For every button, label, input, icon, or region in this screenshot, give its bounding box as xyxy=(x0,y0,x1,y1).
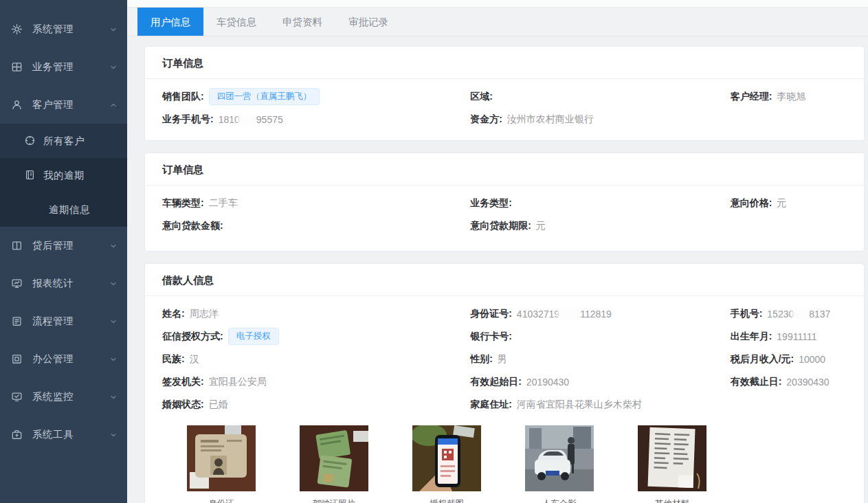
sidebar: 系统管理 业务管理 客户管理 所有客户 我的逾期 逾期信息 xyxy=(0,0,127,503)
sidebar-item-label: 业务管理 xyxy=(32,60,109,74)
sidebar-item-business[interactable]: 业务管理 xyxy=(0,48,127,86)
customer-submenu: 所有客户 我的逾期 逾期信息 xyxy=(0,124,127,227)
chevron-down-icon xyxy=(109,242,118,250)
sidebar-item-monitoring[interactable]: 系统监控 xyxy=(0,378,127,416)
field-intended-loan-term: 意向贷款期限: 元 xyxy=(470,220,730,232)
sidebar-item-label: 办公管理 xyxy=(32,353,109,366)
sidebar-item-postloan[interactable]: 贷后管理 xyxy=(0,227,127,265)
field-region: 区域: xyxy=(470,91,730,103)
field-ethnicity: 民族: 汉 xyxy=(162,353,470,366)
id-card-photo[interactable] xyxy=(187,425,256,491)
sidebar-item-label: 贷后管理 xyxy=(32,239,109,252)
redaction-blur xyxy=(241,115,256,124)
chevron-down-icon xyxy=(109,25,118,34)
notebook-icon xyxy=(24,169,36,181)
field-account-manager: 客户经理: 李晓旭 xyxy=(731,91,847,103)
field-intended-price: 意向价格: 元 xyxy=(731,197,847,210)
book-icon xyxy=(11,240,23,252)
field-sales-team: 销售团队: 四团一营（直属王鹏飞） xyxy=(162,88,470,105)
borrower-info-card: 借款人信息 姓名: 周志洋 身份证号: 41032719112819 手机号: … xyxy=(144,263,865,503)
field-monthly-income: 税后月收入/元: 10000 xyxy=(731,353,847,366)
sidebar-item-label: 系统管理 xyxy=(32,23,109,36)
chevron-down-icon xyxy=(109,355,118,364)
sidebar-item-label: 系统监控 xyxy=(32,390,109,403)
sidebar-item-all-customers[interactable]: 所有客户 xyxy=(0,124,127,158)
chevron-down-icon xyxy=(109,63,118,71)
sidebar-item-label: 所有客户 xyxy=(43,135,85,148)
document-photos: 身份证 驾驶证照片 xyxy=(162,416,847,503)
field-mobile: 手机号: 152308137 xyxy=(731,308,847,320)
phone-auth-photo[interactable] xyxy=(412,425,481,491)
field-home-address: 家庭住址: 河南省宜阳县花果山乡木柴村 xyxy=(470,399,730,411)
main-content: 用户信息 车贷信息 申贷资料 审批记录 订单信息 销售团队: 四团一营（直属王鹏… xyxy=(127,0,868,503)
chevron-down-icon xyxy=(109,317,118,326)
photo-caption: 授权截图 xyxy=(412,498,481,503)
redaction-blur xyxy=(560,310,579,319)
gear-icon xyxy=(11,23,23,36)
person-car-photo[interactable] xyxy=(525,425,594,491)
field-name: 姓名: 周志洋 xyxy=(162,308,470,320)
sidebar-item-customer[interactable]: 客户管理 xyxy=(0,86,127,124)
handwritten-doc-photo[interactable] xyxy=(638,425,706,491)
chevron-down-icon xyxy=(109,431,118,439)
chevron-down-icon xyxy=(109,393,118,401)
photo-caption: 其他材料 xyxy=(638,498,706,503)
sidebar-item-label: 逾期信息 xyxy=(49,203,90,216)
license-booklet-photo[interactable] xyxy=(300,425,368,491)
photo-caption: 人车合影 xyxy=(525,498,594,503)
user-icon xyxy=(11,99,23,111)
sidebar-item-office[interactable]: 办公管理 xyxy=(0,340,127,378)
field-marital-status: 婚姻状态: 已婚 xyxy=(162,399,470,411)
field-intended-loan-amount: 意向贷款金额: xyxy=(162,220,470,232)
chevron-up-icon xyxy=(109,101,118,109)
card-title: 借款人信息 xyxy=(145,264,864,296)
sidebar-item-label: 系统工具 xyxy=(32,428,109,441)
field-gender: 性别: 男 xyxy=(470,353,730,366)
monitor-check-icon xyxy=(11,391,23,403)
tab-car-loan-info[interactable]: 车贷信息 xyxy=(203,8,269,36)
scroll-content: 订单信息 销售团队: 四团一营（直属王鹏飞） 区域: 客户经理: 李晓旭 xyxy=(127,36,868,503)
office-icon xyxy=(11,353,23,366)
sidebar-item-label: 报表统计 xyxy=(32,277,109,290)
field-business-type: 业务类型: xyxy=(470,197,730,210)
field-vehicle-type: 车辆类型: 二手车 xyxy=(162,197,470,210)
tab-user-info[interactable]: 用户信息 xyxy=(137,8,203,36)
sidebar-item-tools[interactable]: 系统工具 xyxy=(0,416,127,454)
tab-loan-application-docs[interactable]: 申贷资料 xyxy=(269,8,335,36)
sidebar-item-workflow[interactable]: 流程管理 xyxy=(0,302,127,340)
sidebar-item-reports[interactable]: 报表统计 xyxy=(0,265,127,302)
field-birth-date: 出生年月: 19911111 xyxy=(731,331,847,343)
sidebar-item-my-overdue[interactable]: 我的逾期 xyxy=(0,158,127,192)
sidebar-item-label: 我的逾期 xyxy=(43,169,85,182)
field-bank-card: 银行卡号: xyxy=(470,331,730,343)
order-info-card: 订单信息 销售团队: 四团一营（直属王鹏飞） 区域: 客户经理: 李晓旭 xyxy=(144,46,865,141)
monitor-icon xyxy=(11,278,23,290)
top-strip xyxy=(127,0,868,8)
sales-team-tag: 四团一营（直属王鹏飞） xyxy=(209,88,320,105)
photo-caption: 驾驶证照片 xyxy=(300,498,368,503)
field-valid-from: 有效起始日: 20190430 xyxy=(470,376,730,388)
sidebar-item-label: 客户管理 xyxy=(32,98,109,111)
tab-approval-records[interactable]: 审批记录 xyxy=(335,8,401,36)
compass-icon xyxy=(24,135,36,147)
field-funder: 资金方: 汝州市农村商业银行 xyxy=(470,113,730,126)
photo-caption: 身份证 xyxy=(187,498,256,503)
credit-auth-tag: 电子授权 xyxy=(228,328,279,345)
card-title: 订单信息 xyxy=(145,47,864,79)
flow-icon xyxy=(11,315,23,328)
vehicle-order-info-card: 订单信息 车辆类型: 二手车 业务类型: 意向价格: 元 xyxy=(144,153,865,252)
redaction-blur xyxy=(794,310,808,319)
field-issuing-authority: 签发机关: 宜阳县公安局 xyxy=(162,376,470,388)
field-id-number: 身份证号: 41032719112819 xyxy=(470,308,730,320)
toolbox-icon xyxy=(11,429,23,441)
grid-icon xyxy=(11,61,23,74)
sidebar-item-system[interactable]: 系统管理 xyxy=(0,10,127,48)
card-title: 订单信息 xyxy=(145,153,864,186)
field-valid-to: 有效截止日: 20390430 xyxy=(731,376,847,388)
field-credit-auth-method: 征信授权方式: 电子授权 xyxy=(162,328,470,345)
sidebar-item-label: 流程管理 xyxy=(32,315,109,328)
detail-tabs: 用户信息 车贷信息 申贷资料 审批记录 xyxy=(127,8,868,36)
chevron-down-icon xyxy=(109,280,118,288)
field-business-phone: 业务手机号: 181095575 xyxy=(162,113,470,126)
sidebar-item-overdue-info[interactable]: 逾期信息 xyxy=(0,192,127,227)
